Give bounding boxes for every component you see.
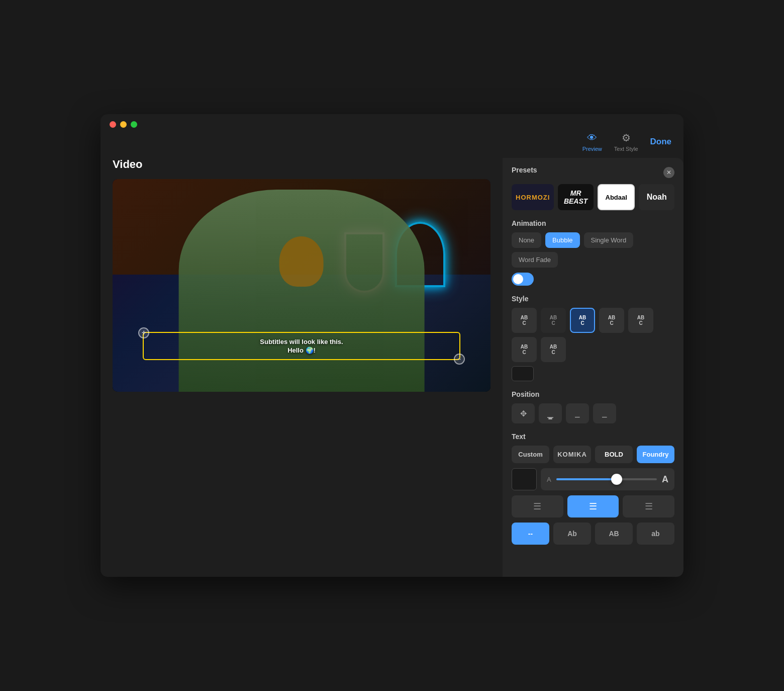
video-preview: ✛ Subtitles will look like this. Hello 🌍… — [113, 179, 491, 392]
subtitle-line2: Hello 🌍! — [287, 347, 316, 354]
style-item-5[interactable]: ABC — [628, 308, 653, 333]
align-center-icon: ☰ — [589, 501, 597, 512]
position-section: Position ✥ ⎯ ⎯ ⎯ — [512, 390, 674, 423]
pos-top-button[interactable]: ⎯ — [539, 403, 562, 423]
style-section: Style ABC ABC ABC ABC ABC ABC ABC — [512, 295, 674, 381]
position-title: Position — [512, 390, 674, 398]
align-left-button[interactable]: ☰ — [512, 495, 563, 517]
animation-section: Animation None Bubble Single Word Word F… — [512, 219, 674, 286]
align-top-icon: ⎯ — [547, 407, 553, 420]
done-button[interactable]: Done — [650, 137, 672, 147]
style-item-1[interactable]: ABC — [512, 308, 537, 333]
presets-header: Presets ✕ — [512, 166, 674, 179]
case-title[interactable]: Ab — [553, 523, 591, 545]
font-foundry[interactable]: Foundry — [637, 446, 674, 463]
anim-none[interactable]: None — [512, 232, 541, 248]
style-item-6[interactable]: ABC — [512, 337, 537, 362]
close-presets-button[interactable]: ✕ — [663, 167, 674, 178]
font-size-max-label: A — [662, 474, 668, 485]
subtitle-overlay[interactable]: ✛ Subtitles will look like this. Hello 🌍… — [143, 332, 460, 360]
case-lower[interactable]: ab — [637, 523, 674, 545]
animation-buttons: None Bubble Single Word Word Fade — [512, 232, 674, 268]
drag-handle-topleft[interactable]: ✛ — [138, 327, 149, 338]
style-grid: ABC ABC ABC ABC ABC ABC ABC — [512, 308, 674, 362]
style-title: Style — [512, 295, 674, 303]
align-right-icon: ☰ — [645, 501, 653, 512]
font-size-min-label: A — [547, 476, 551, 483]
style-color-swatch[interactable] — [512, 366, 534, 381]
align-center-button[interactable]: ☰ — [567, 495, 619, 517]
position-buttons: ✥ ⎯ ⎯ ⎯ — [512, 403, 674, 423]
presets-row: HORMOZI MR BEAST Abdaal Noah — [512, 184, 674, 210]
page-title: Video — [113, 158, 491, 171]
case-dash[interactable]: -- — [512, 523, 549, 545]
preset-noah[interactable]: Noah — [639, 184, 674, 210]
text-color-swatch[interactable] — [512, 468, 537, 490]
font-size-fill — [556, 478, 617, 480]
resize-icon: ↔ — [457, 356, 462, 362]
style-item-2[interactable]: ABC — [541, 308, 566, 333]
anim-single-word[interactable]: Single Word — [584, 232, 634, 248]
presets-section: Presets ✕ HORMOZI MR BEAST Abdaal Noah — [512, 166, 674, 210]
font-size-slider-container: A A — [541, 468, 674, 490]
animation-toggle[interactable] — [512, 273, 534, 286]
align-left-icon: ☰ — [533, 501, 541, 512]
text-style-tab[interactable]: ⚙ Text Style — [614, 132, 638, 152]
eye-icon: 👁 — [587, 132, 597, 144]
font-bold[interactable]: BOLD — [595, 446, 633, 463]
style-item-3[interactable]: ABC — [570, 308, 595, 333]
preset-mrbeast[interactable]: MR BEAST — [558, 184, 594, 210]
preview-tab[interactable]: 👁 Preview — [582, 132, 602, 152]
sliders-icon: ⚙ — [622, 132, 631, 144]
subtitle-line1: Subtitles will look like this. — [260, 338, 343, 346]
minimize-button[interactable] — [120, 121, 127, 128]
drag-handle-bottomright[interactable]: ↔ — [454, 354, 465, 365]
preview-label: Preview — [582, 146, 602, 152]
close-button[interactable] — [110, 121, 116, 128]
right-panel: Presets ✕ HORMOZI MR BEAST Abdaal Noah A… — [503, 158, 683, 577]
app-window: 👁 Preview ⚙ Text Style Done Video — [101, 114, 683, 577]
person-silhouette — [179, 190, 425, 392]
topbar: 👁 Preview ⚙ Text Style Done — [101, 132, 683, 158]
style-item-4[interactable]: ABC — [599, 308, 624, 333]
pos-middle-button[interactable]: ⎯ — [566, 403, 589, 423]
main-area: Video ✛ Subtitles will look like this — [101, 158, 683, 577]
text-font-buttons: Custom KOMIKA BOLD Foundry — [512, 446, 674, 463]
align-middle-icon: ⎯ — [575, 409, 580, 418]
anim-word-fade[interactable]: Word Fade — [512, 252, 558, 268]
presets-title: Presets — [512, 166, 537, 174]
person-face — [279, 236, 324, 287]
case-upper[interactable]: AB — [595, 523, 633, 545]
case-buttons: -- Ab AB ab — [512, 523, 674, 545]
font-size-thumb[interactable] — [611, 474, 622, 485]
pos-move-button[interactable]: ✥ — [512, 403, 535, 423]
text-section: Text Custom KOMIKA BOLD Foundry A — [512, 433, 674, 545]
preset-hormozi[interactable]: HORMOZI — [512, 184, 554, 210]
font-custom[interactable]: Custom — [512, 446, 549, 463]
text-title: Text — [512, 433, 674, 441]
animation-title: Animation — [512, 219, 674, 227]
maximize-button[interactable] — [131, 121, 137, 128]
anim-bubble[interactable]: Bubble — [545, 232, 579, 248]
text-style-label: Text Style — [614, 146, 638, 152]
align-bottom-icon: ⎯ — [602, 409, 607, 418]
left-panel: Video ✛ Subtitles will look like this — [101, 158, 503, 577]
titlebar — [101, 114, 683, 132]
style-item-7[interactable]: ABC — [541, 337, 566, 362]
move-icon: ✛ — [142, 330, 146, 335]
text-controls-row: A A — [512, 468, 674, 490]
preset-abdaal[interactable]: Abdaal — [598, 184, 635, 210]
align-right-button[interactable]: ☰ — [623, 495, 674, 517]
font-komika[interactable]: KOMIKA — [553, 446, 591, 463]
move-arrows-icon: ✥ — [520, 409, 527, 418]
pos-bottom-button[interactable]: ⎯ — [593, 403, 616, 423]
font-size-track[interactable] — [556, 478, 657, 480]
alignment-buttons: ☰ ☰ ☰ — [512, 495, 674, 517]
